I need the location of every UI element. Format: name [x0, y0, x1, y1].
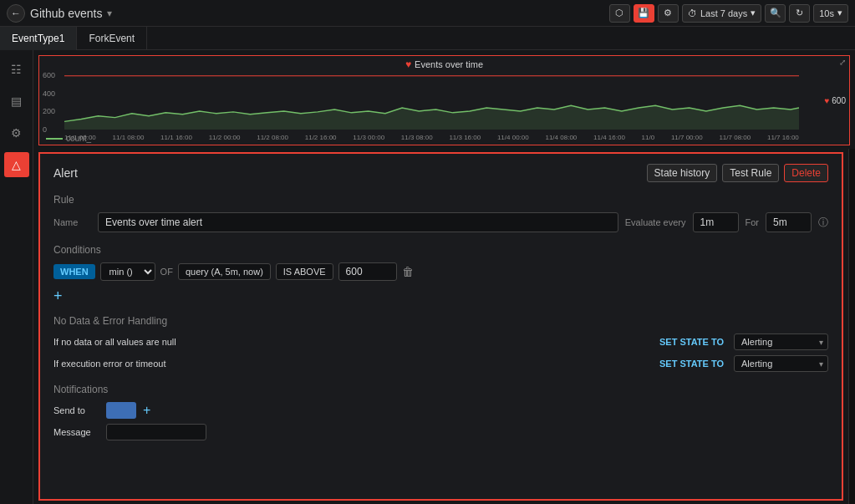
dashboard-title: Github events [30, 7, 102, 20]
search-icon: 🔍 [770, 8, 781, 18]
chart-icon: ▤ [11, 94, 22, 108]
rule-section-title: Rule [53, 194, 828, 206]
refresh-button[interactable]: ↻ [789, 4, 810, 23]
y-400: 400 [43, 89, 55, 98]
tab-eventtype1-label: EventType1 [12, 33, 64, 44]
conditions-section-title: Conditions [53, 244, 828, 256]
share-button[interactable]: ⬡ [609, 4, 630, 23]
y-600: 600 [43, 71, 55, 79]
interval-caret: ▾ [837, 8, 842, 18]
tab-eventtype1[interactable]: EventType1 [0, 27, 77, 50]
sidebar-item-settings[interactable]: ⚙ [4, 120, 29, 145]
refresh-interval-label: 10s [819, 8, 834, 18]
alert-panel: Alert State history Test Rule Delete Rul… [38, 152, 843, 501]
x-label-12: 11/0 [642, 134, 655, 141]
time-range-picker[interactable]: ⏱ Last 7 days ▾ [682, 4, 761, 23]
maximize-icon: ⤢ [839, 58, 846, 67]
chart-legend: count_ [46, 134, 91, 143]
tabs-bar: EventType1 ForkEvent [0, 27, 855, 50]
time-range-caret: ▾ [751, 8, 756, 18]
chart-heart-icon: ♥ [405, 59, 411, 70]
test-rule-button[interactable]: Test Rule [722, 164, 779, 182]
execution-state-select[interactable]: Alerting No Data Keep Last State OK [734, 355, 828, 372]
title-caret[interactable]: ▾ [107, 8, 112, 19]
execution-state-wrapper: Alerting No Data Keep Last State OK [734, 355, 828, 372]
when-badge: WHEN [53, 264, 95, 279]
save-button[interactable]: 💾 [634, 4, 654, 23]
chart-svg-container [64, 69, 799, 130]
x-label-11: 11/4 16:00 [593, 134, 625, 141]
no-data-row2: If execution error or timeout SET STATE … [53, 355, 828, 372]
time-range-label: Last 7 days [700, 8, 747, 18]
refresh-icon: ↻ [796, 8, 803, 18]
x-label-3: 11/2 00:00 [209, 134, 241, 141]
of-label: OF [160, 267, 173, 277]
send-to-row: Send to + [53, 402, 828, 419]
chart-panel: ♥ Events over time ⤢ 600 400 200 0 [38, 55, 850, 145]
threshold-value: 600 [832, 96, 846, 105]
delete-button[interactable]: Delete [784, 164, 828, 182]
bell-icon: △ [12, 158, 21, 171]
for-label: For [746, 217, 760, 227]
for-input[interactable] [766, 212, 812, 232]
right-scrollbar [848, 149, 855, 504]
rule-section: Rule Name Evaluate every For ⓘ [53, 194, 828, 232]
threshold-badge: ♥ 600 [824, 96, 846, 105]
name-input[interactable] [98, 212, 618, 232]
tab-forkevent[interactable]: ForkEvent [77, 27, 147, 50]
name-label: Name [53, 217, 91, 227]
x-label-6: 11/3 00:00 [353, 134, 384, 141]
legend-line [46, 138, 63, 140]
alert-panel-header: Alert State history Test Rule Delete [53, 164, 828, 182]
refresh-interval-picker[interactable]: 10s ▾ [813, 4, 848, 23]
content-area: ♥ Events over time ⤢ 600 400 200 0 [33, 50, 855, 504]
no-data-row1-label: If no data or all values are null [53, 337, 653, 347]
chart-title: Events over time [415, 59, 483, 69]
chart-title-bar: ♥ Events over time [39, 59, 849, 70]
no-data-state-select[interactable]: Alerting No Data Keep Last State OK [734, 333, 828, 350]
sidebar-item-alert[interactable]: △ [4, 152, 29, 177]
gear-icon: ⚙ [11, 126, 22, 140]
message-input[interactable] [106, 424, 206, 440]
delete-condition-button[interactable]: 🗑 [402, 265, 414, 278]
settings-button[interactable]: ⚙ [658, 4, 679, 23]
main-layout: ☷ ▤ ⚙ △ ♥ Events over time ⤢ 600 400 [0, 50, 855, 504]
message-row: Message [53, 424, 828, 440]
info-icon[interactable]: ⓘ [818, 216, 828, 230]
chart-maximize-button[interactable]: ⤢ [839, 58, 846, 67]
comparator-badge: IS ABOVE [276, 263, 333, 280]
x-label-9: 11/4 00:00 [497, 134, 529, 141]
chart-x-axis: 11/1 00:00 11/1 08:00 11/1 16:00 11/2 00… [64, 134, 799, 141]
x-label-4: 11/2 08:00 [257, 134, 288, 141]
y-200: 200 [43, 107, 55, 115]
legend-label: count_ [66, 134, 91, 143]
function-select[interactable]: min () max () avg () [100, 262, 155, 281]
evaluate-input[interactable] [693, 212, 739, 232]
top-header: ← Github events ▾ ⬡ 💾 ⚙ ⏱ Last 7 days ▾ … [0, 0, 855, 27]
sidebar-item-layers[interactable]: ☷ [4, 57, 29, 82]
x-label-1: 11/1 08:00 [113, 134, 145, 141]
sidebar-item-chart[interactable]: ▤ [4, 89, 29, 114]
no-data-section-title: No Data & Error Handling [53, 315, 828, 327]
add-notification-button[interactable]: + [143, 403, 150, 418]
back-button[interactable]: ← [7, 4, 25, 23]
y-0: 0 [43, 125, 55, 134]
share-icon: ⬡ [615, 8, 623, 18]
add-condition-button[interactable]: + [53, 288, 63, 305]
layers-icon: ☷ [11, 63, 22, 76]
x-label-5: 11/2 16:00 [305, 134, 337, 141]
threshold-input[interactable] [338, 262, 397, 281]
x-label-15: 11/7 16:00 [767, 134, 799, 141]
condition-row: WHEN min () max () avg () OF query (A, 5… [53, 262, 828, 281]
save-icon: 💾 [638, 8, 649, 18]
x-label-8: 11/3 16:00 [449, 134, 481, 141]
no-data-state-wrapper: Alerting No Data Keep Last State OK [734, 333, 828, 350]
state-history-button[interactable]: State history [647, 164, 718, 182]
x-label-13: 11/7 00:00 [671, 134, 703, 141]
evaluate-label: Evaluate every [625, 217, 686, 227]
x-label-10: 11/4 08:00 [545, 134, 577, 141]
search-button[interactable]: 🔍 [765, 4, 786, 23]
conditions-section: Conditions WHEN min () max () avg () OF … [53, 244, 828, 305]
tab-forkevent-label: ForkEvent [89, 33, 135, 44]
no-data-row2-label: If execution error or timeout [53, 359, 653, 369]
